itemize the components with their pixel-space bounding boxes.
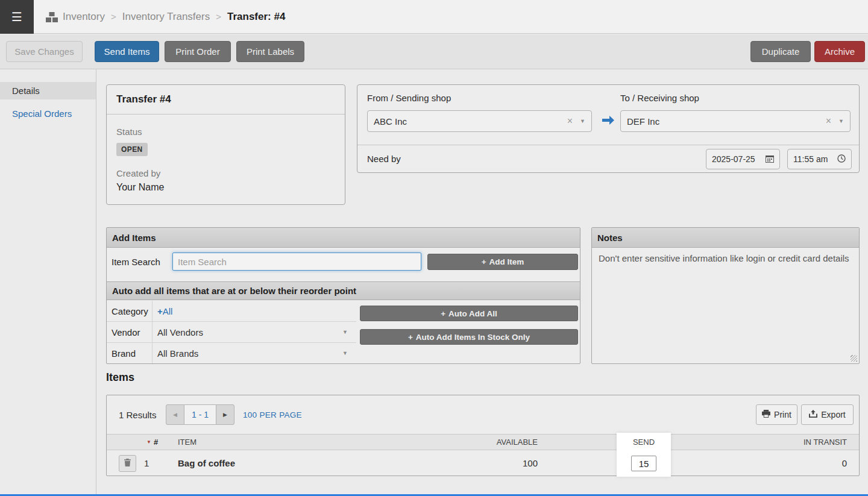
auto-add-in-stock-label: Auto Add Items In Stock Only	[416, 333, 530, 342]
export-icon	[809, 410, 817, 419]
breadcrumb: Inventory > Inventory Transfers > Transf…	[63, 0, 285, 33]
vendor-row: Vendor All Vendors ▼	[107, 322, 356, 343]
next-page-button[interactable]: ▶	[216, 404, 234, 425]
category-row: Category + All	[107, 301, 356, 322]
notes-panel: Notes	[591, 227, 860, 364]
duplicate-button[interactable]: Duplicate	[750, 41, 811, 62]
clear-icon[interactable]: ×	[567, 116, 573, 127]
app: ☰ Inventory > Inventory Transfers > Tran…	[0, 0, 868, 496]
sort-caret-icon: ▼	[146, 434, 151, 450]
export-label: Export	[821, 410, 845, 419]
status-badge: OPEN	[116, 143, 148, 156]
category-label: Category	[107, 301, 153, 321]
send-items-button[interactable]: Send Items	[95, 41, 159, 62]
chevron-down-icon: ▼	[838, 118, 844, 124]
hamburger-menu-button[interactable]: ☰	[0, 0, 34, 34]
page-range: 1 - 1	[184, 404, 216, 425]
transfer-title: Transfer #4	[107, 85, 345, 115]
print-table-button[interactable]: Print	[756, 404, 797, 425]
available-value: 100	[384, 450, 538, 477]
item-search-label: Item Search	[112, 248, 160, 275]
to-shop-label: To / Receiving shop	[620, 93, 699, 103]
auto-add-all-label: Auto Add All	[448, 309, 497, 318]
chevron-right-icon: >	[216, 11, 221, 22]
category-select[interactable]: + All	[153, 301, 356, 321]
vendor-select[interactable]: All Vendors ▼	[153, 322, 356, 342]
from-shop-select[interactable]: ABC Inc × ▼	[367, 110, 592, 132]
per-page-link[interactable]: 100 PER PAGE	[243, 395, 302, 434]
need-by-time-value: 11:55 am	[793, 154, 837, 164]
breadcrumb-inventory-transfers[interactable]: Inventory Transfers	[122, 11, 210, 23]
results-count: 1 Results	[119, 395, 157, 434]
brand-row: Brand All Brands ▼	[107, 343, 356, 363]
pager: ◀ 1 - 1 ▶	[166, 404, 234, 425]
save-changes-button[interactable]: Save Changes	[6, 41, 83, 62]
need-by-time-picker[interactable]: 11:55 am	[787, 149, 852, 169]
printer-icon	[762, 410, 770, 419]
item-search-row: Item Search + Add Item	[107, 248, 580, 275]
add-item-button[interactable]: + Add Item	[427, 254, 578, 270]
in-transit-value: 0	[726, 450, 847, 477]
sidebar: Details Special Orders	[0, 69, 96, 496]
brand-select[interactable]: All Brands ▼	[153, 343, 356, 363]
transfer-direction-arrow-icon	[602, 116, 614, 127]
archive-button[interactable]: Archive	[814, 41, 865, 62]
status-label: Status	[116, 127, 335, 137]
to-shop-select[interactable]: DEF Inc × ▼	[620, 110, 851, 132]
chevron-right-icon: >	[111, 11, 116, 22]
chevron-down-icon: ▼	[580, 118, 585, 124]
send-quantity-input[interactable]	[631, 456, 656, 471]
add-items-header: Add Items	[107, 228, 580, 248]
need-by-date-picker[interactable]: 2025-07-25	[706, 149, 780, 169]
brand-value: All Brands	[157, 348, 198, 359]
print-table-label: Print	[774, 410, 791, 419]
notes-textarea[interactable]	[593, 248, 858, 363]
hamburger-icon: ☰	[11, 10, 22, 24]
sidebar-item-details[interactable]: Details	[0, 82, 96, 99]
vendor-label: Vendor	[107, 322, 153, 342]
shops-card: From / Sending shop ABC Inc × ▼ To / Rec…	[357, 84, 860, 173]
toolbar: Save Changes Send Items Print Order Prin…	[0, 34, 868, 69]
to-shop-value: DEF Inc	[627, 116, 826, 127]
add-item-label: Add Item	[489, 257, 524, 266]
row-num: 1	[144, 450, 149, 477]
plus-icon: +	[441, 309, 445, 318]
breadcrumb-inventory[interactable]: Inventory	[63, 11, 105, 23]
plus-icon: +	[157, 306, 163, 316]
print-labels-button[interactable]: Print Labels	[236, 41, 304, 62]
item-search-input[interactable]	[172, 253, 421, 271]
chevron-down-icon: ▼	[342, 350, 348, 356]
column-header-available: AVAILABLE	[384, 434, 538, 450]
sidebar-item-special-orders[interactable]: Special Orders	[0, 105, 96, 121]
prev-page-button[interactable]: ◀	[166, 404, 184, 425]
clock-icon	[837, 154, 846, 165]
item-link[interactable]: Bag of coffee	[178, 450, 235, 477]
auto-add-all-button[interactable]: + Auto Add All	[360, 306, 578, 321]
column-header-send: SEND	[617, 434, 671, 450]
clear-icon[interactable]: ×	[826, 116, 831, 127]
next-arrow-icon: ▶	[223, 412, 227, 418]
inventory-icon	[46, 12, 58, 25]
calendar-icon	[766, 154, 774, 165]
divider	[357, 145, 859, 145]
column-header-item: ITEM	[178, 434, 197, 450]
column-header-num[interactable]: ▼ #	[146, 434, 158, 450]
prev-arrow-icon: ◀	[173, 412, 177, 418]
print-order-button[interactable]: Print Order	[165, 41, 231, 62]
need-by-label: Need by	[367, 154, 401, 164]
trash-icon	[124, 459, 131, 468]
add-items-panel: Add Items Item Search + Add Item Auto ad…	[106, 227, 580, 364]
created-by-value: Your Name	[116, 182, 335, 193]
delete-row-button[interactable]	[119, 455, 136, 472]
top-header: ☰ Inventory > Inventory Transfers > Tran…	[0, 0, 868, 34]
brand-label: Brand	[107, 343, 153, 363]
column-header-in-transit: IN TRANSIT	[726, 434, 847, 450]
items-heading: Items	[106, 371, 134, 384]
resize-grip-icon[interactable]	[851, 355, 857, 362]
category-value: All	[163, 306, 173, 316]
plus-icon: +	[482, 257, 486, 266]
export-button[interactable]: Export	[801, 404, 854, 425]
items-panel: 1 Results ◀ 1 - 1 ▶ 100 PER PAGE Print E…	[106, 395, 860, 476]
auto-add-in-stock-button[interactable]: + Auto Add Items In Stock Only	[360, 329, 578, 345]
from-shop-label: From / Sending shop	[367, 93, 451, 103]
